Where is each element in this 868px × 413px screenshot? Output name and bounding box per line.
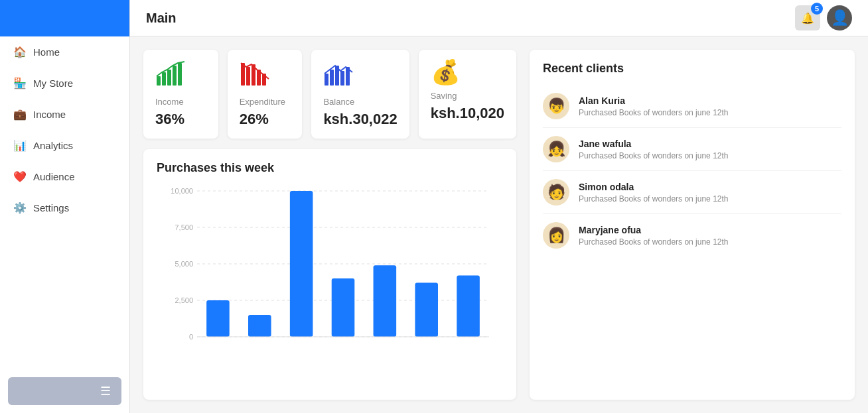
- client-name: Jane wafula: [579, 139, 728, 149]
- right-panel: Recent clients 👦 Alan Kuria Purchased Bo…: [530, 50, 855, 400]
- audience-icon: ❤️: [13, 170, 27, 183]
- content-area: Income36% Expenditure26% Balanceksh.30,0…: [130, 36, 868, 413]
- sidebar-item-my-store[interactable]: 🏪My Store: [0, 68, 129, 99]
- chart-section: Purchases this week 02,5005,0007,50010,0…: [143, 149, 516, 400]
- list-item: 👧 Jane wafula Purchased Books of wonders…: [543, 128, 841, 171]
- client-action: Purchased Books of wonders on june 12th: [579, 108, 728, 117]
- svg-text:0: 0: [189, 333, 193, 341]
- stat-card-saving: 💰 Savingksh.10,020: [419, 50, 516, 139]
- client-info: Jane wafula Purchased Books of wonders o…: [579, 139, 728, 160]
- client-action: Purchased Books of wonders on june 12th: [579, 194, 728, 204]
- svg-text:7,500: 7,500: [175, 223, 193, 231]
- bar-Sat: [415, 283, 438, 337]
- bar-Mon: [206, 300, 230, 337]
- header-actions: 🔔 5 👤: [795, 5, 852, 30]
- header: Main 🔔 5 👤: [130, 0, 868, 36]
- stat-card-expenditure: Expenditure26%: [228, 50, 303, 139]
- svg-rect-2: [167, 70, 171, 86]
- expenditure-label: Expenditure: [240, 97, 291, 107]
- list-item: 👩 Maryjane ofua Purchased Books of wonde…: [543, 214, 841, 257]
- main-content: Main 🔔 5 👤 Income36%: [130, 0, 868, 413]
- client-info: Alan Kuria Purchased Books of wonders on…: [579, 95, 728, 117]
- left-panel: Income36% Expenditure26% Balanceksh.30,0…: [143, 50, 516, 400]
- sidebar-item-label: Audience: [33, 171, 75, 182]
- bar-Thu: [332, 278, 355, 337]
- recent-clients-title: Recent clients: [543, 62, 841, 76]
- client-avatar: 🧑: [543, 179, 569, 206]
- income-chart-icon: [155, 60, 190, 87]
- avatar-icon: 👤: [831, 9, 849, 27]
- sidebar-item-analytics[interactable]: 📊Analytics: [0, 130, 129, 161]
- sidebar-item-home[interactable]: 🏠Home: [0, 36, 129, 68]
- saving-icon: 💰: [431, 60, 461, 84]
- my-store-icon: 🏪: [13, 77, 27, 89]
- client-avatar: 👩: [543, 222, 569, 249]
- svg-rect-13: [340, 71, 344, 86]
- client-name: Simon odala: [579, 182, 728, 192]
- svg-text:5,000: 5,000: [175, 260, 193, 268]
- client-name: Alan Kuria: [579, 95, 728, 106]
- saving-label: Saving: [431, 91, 504, 101]
- income-icon: [155, 60, 206, 90]
- income-label: Income: [155, 97, 206, 107]
- home-icon: 🏠: [13, 46, 27, 58]
- sidebar-item-label: Analytics: [33, 140, 73, 151]
- svg-rect-4: [178, 63, 182, 86]
- nav-menu: 🏠Home🏪My Store💼Income📊Analytics❤️Audienc…: [0, 36, 129, 223]
- sidebar-item-audience[interactable]: ❤️Audience: [0, 161, 129, 192]
- bar-Tue: [248, 315, 271, 337]
- sidebar-item-label: Settings: [33, 202, 69, 213]
- stat-cards: Income36% Expenditure26% Balanceksh.30,0…: [143, 50, 516, 139]
- notification-button[interactable]: 🔔 5: [795, 5, 820, 30]
- client-avatar: 👧: [543, 136, 569, 162]
- settings-icon: ⚙️: [13, 202, 27, 214]
- svg-rect-0: [157, 76, 161, 86]
- sidebar-item-income[interactable]: 💼Income: [0, 99, 129, 130]
- saving-icon: 💰: [431, 60, 504, 84]
- svg-text:10,000: 10,000: [171, 187, 193, 195]
- sidebar-item-label: Income: [33, 109, 66, 120]
- chart-area: 02,5005,0007,50010,000: [157, 184, 503, 357]
- sidebar-item-label: My Store: [33, 78, 73, 89]
- bar-Wed: [290, 191, 313, 337]
- svg-rect-5: [241, 63, 245, 86]
- sidebar-bottom: ☰: [0, 369, 129, 413]
- client-avatar: 👦: [543, 93, 569, 119]
- income-icon: 💼: [13, 108, 27, 121]
- balance-icon: [323, 60, 397, 90]
- client-info: Maryjane ofua Purchased Books of wonders…: [579, 225, 728, 247]
- chart-title: Purchases this week: [157, 161, 503, 175]
- expenditure-icon: [240, 60, 291, 90]
- bar-Sun: [457, 276, 480, 337]
- client-action: Purchased Books of wonders on june 12th: [579, 237, 728, 247]
- page-title: Main: [146, 11, 177, 26]
- sidebar: 🏠Home🏪My Store💼Income📊Analytics❤️Audienc…: [0, 0, 130, 413]
- svg-rect-3: [173, 66, 177, 86]
- balance-chart-icon: [323, 60, 358, 87]
- sidebar-item-label: Home: [33, 46, 60, 58]
- client-action: Purchased Books of wonders on june 12th: [579, 151, 728, 160]
- user-avatar-button[interactable]: 👤: [827, 5, 852, 30]
- balance-label: Balance: [323, 97, 397, 107]
- svg-rect-10: [325, 74, 328, 86]
- saving-value: ksh.10,020: [431, 105, 504, 122]
- income-value: 36%: [155, 111, 206, 128]
- list-item: 🧑 Simon odala Purchased Books of wonders…: [543, 171, 841, 214]
- list-item: 👦 Alan Kuria Purchased Books of wonders …: [543, 85, 841, 128]
- expenditure-chart-icon: [240, 60, 274, 87]
- sidebar-collapse-button[interactable]: ☰: [8, 377, 121, 405]
- stat-card-balance: Balanceksh.30,022: [311, 50, 409, 139]
- bell-icon: 🔔: [801, 12, 814, 25]
- notification-badge: 5: [811, 3, 823, 15]
- expenditure-value: 26%: [240, 111, 291, 128]
- purchases-chart: 02,5005,0007,50010,000: [157, 184, 503, 357]
- svg-rect-11: [330, 70, 334, 86]
- sidebar-logo: [0, 0, 129, 36]
- svg-text:2,500: 2,500: [175, 296, 193, 304]
- balance-value: ksh.30,022: [323, 111, 397, 128]
- stat-card-income: Income36%: [143, 50, 218, 139]
- svg-rect-1: [162, 72, 166, 86]
- client-name: Maryjane ofua: [579, 225, 728, 235]
- clients-list: 👦 Alan Kuria Purchased Books of wonders …: [543, 85, 841, 257]
- sidebar-item-settings[interactable]: ⚙️Settings: [0, 192, 129, 223]
